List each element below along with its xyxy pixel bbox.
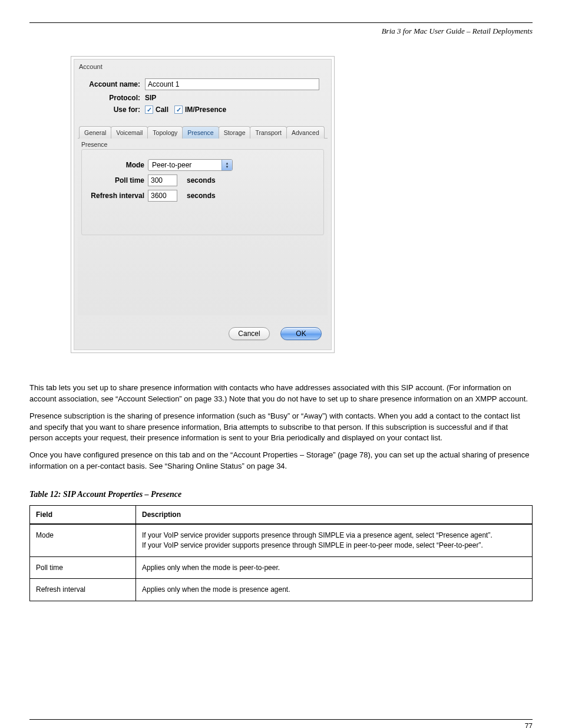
refresh-input[interactable]	[148, 190, 177, 202]
tab-storage[interactable]: Storage	[219, 126, 251, 139]
cancel-button[interactable]: Cancel	[229, 327, 270, 340]
page-number: 77	[525, 722, 533, 728]
table-row: Poll time Applies only when the mode is …	[30, 556, 533, 579]
body-text: This tab lets you set up to share presen…	[29, 383, 533, 472]
account-dialog: Account Account name: Protocol: SIP Use …	[71, 56, 335, 353]
tab-advanced[interactable]: Advanced	[286, 126, 325, 139]
tab-voicemail[interactable]: Voicemail	[111, 126, 148, 139]
checkbox-im[interactable]: ✓	[174, 106, 183, 114]
tab-topology[interactable]: Topology	[147, 126, 183, 139]
poll-input[interactable]	[148, 174, 177, 186]
tab-content: Presence Mode Peer-to-peer ▲▼ Poll time …	[78, 139, 328, 315]
mode-select[interactable]: Peer-to-peer ▲▼	[148, 159, 233, 171]
mode-label: Mode	[88, 161, 144, 169]
td-field: Poll time	[30, 556, 136, 579]
th-desc: Description	[136, 505, 533, 524]
th-field: Field	[30, 505, 136, 524]
td-field: Refresh interval	[30, 579, 136, 601]
td-desc: Applies only when the mode is presence a…	[136, 579, 533, 601]
tab-transport[interactable]: Transport	[250, 126, 287, 139]
account-name-input[interactable]	[145, 78, 319, 90]
use-for-label: Use for:	[81, 106, 140, 114]
tab-bar: General Voicemail Topology Presence Stor…	[78, 126, 328, 139]
poll-unit: seconds	[187, 176, 216, 185]
td-field: Mode	[30, 524, 136, 556]
tab-general[interactable]: General	[79, 126, 111, 139]
protocol-label: Protocol:	[81, 94, 140, 102]
poll-label: Poll time	[88, 176, 144, 185]
group-label: Presence	[78, 139, 328, 149]
checkbox-call[interactable]: ✓	[145, 106, 153, 114]
body-p1: This tab lets you set up to share presen…	[29, 383, 533, 405]
header-rule	[29, 22, 533, 23]
refresh-unit: seconds	[187, 192, 216, 200]
tab-presence[interactable]: Presence	[182, 126, 219, 139]
td-desc: Applies only when the mode is peer-to-pe…	[136, 556, 533, 579]
table-row: Refresh interval Applies only when the m…	[30, 579, 533, 601]
body-p2: Presence subscription is the sharing of …	[29, 411, 533, 444]
protocol-value: SIP	[145, 94, 156, 102]
checkbox-call-label: Call	[156, 106, 168, 114]
body-p3: Once you have configured presence on thi…	[29, 450, 533, 472]
mode-select-value: Peer-to-peer	[148, 161, 222, 169]
checkbox-im-label: IM/Presence	[185, 106, 226, 114]
section-label: Account	[74, 60, 331, 71]
refresh-label: Refresh interval	[88, 192, 144, 200]
updown-icon: ▲▼	[222, 160, 232, 170]
table-title: Table 12: SIP Account Properties – Prese…	[29, 490, 533, 499]
table-row: Mode If your VoIP service provider suppo…	[30, 524, 533, 556]
account-name-label: Account name:	[81, 80, 140, 88]
td-desc: If your VoIP service provider supports p…	[136, 524, 533, 556]
ok-button[interactable]: OK	[280, 327, 322, 340]
header-title: Bria 3 for Mac User Guide – Retail Deplo…	[382, 27, 533, 36]
properties-table: Field Description Mode If your VoIP serv…	[29, 505, 533, 601]
